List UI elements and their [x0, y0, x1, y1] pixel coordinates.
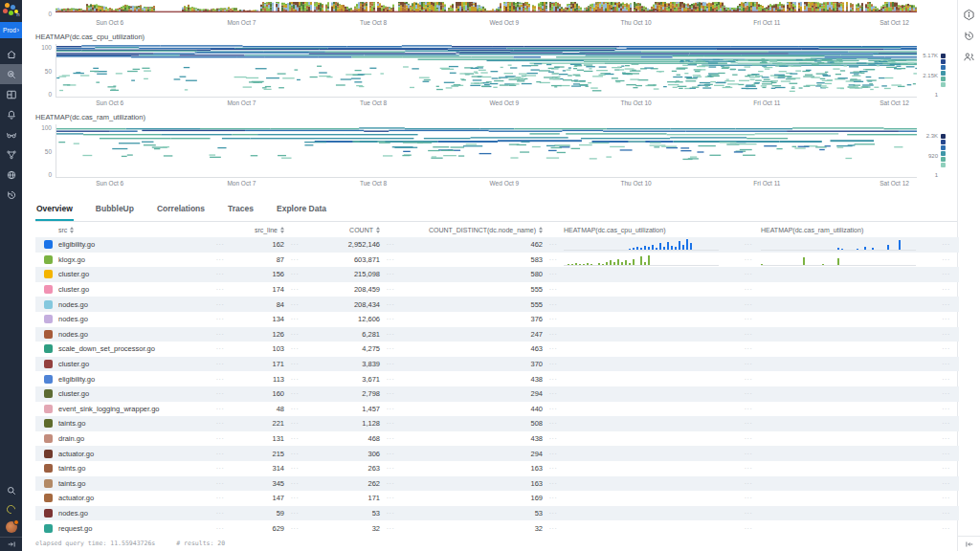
cell-menu[interactable]: ··· [380, 271, 401, 277]
cell-menu[interactable]: ··· [933, 465, 959, 472]
cell-menu[interactable]: ··· [543, 451, 564, 457]
series-color-swatch[interactable] [44, 524, 53, 533]
cell-menu[interactable]: ··· [284, 376, 305, 383]
user-avatar[interactable] [6, 521, 17, 533]
cell-menu[interactable]: ··· [210, 241, 231, 248]
sort-icon[interactable] [70, 227, 74, 233]
cell-menu[interactable]: ··· [284, 345, 305, 352]
cell-menu[interactable]: ··· [210, 406, 231, 412]
table-row[interactable]: actuator.go···215···306···294········· [35, 446, 959, 461]
cell-menu[interactable]: ··· [543, 480, 564, 487]
table-row[interactable]: cluster.go···156···215,098···580········… [35, 267, 959, 282]
series-color-swatch[interactable] [44, 494, 53, 502]
nav-triggers-bell-icon[interactable] [0, 104, 22, 124]
cell-menu[interactable]: ··· [284, 510, 305, 517]
cell-menu[interactable]: ··· [543, 406, 564, 412]
cell-menu[interactable]: ··· [210, 525, 231, 532]
cell-menu[interactable]: ··· [284, 256, 305, 263]
environment-selector[interactable]: Prod› [0, 22, 22, 38]
honeycomb-logo-icon[interactable]: h [3, 3, 20, 17]
series-color-swatch[interactable] [44, 360, 53, 368]
table-row[interactable]: eligibility.go···162···2,952,146···462··… [35, 237, 959, 253]
cell-menu[interactable]: ··· [933, 301, 959, 308]
cell-menu[interactable]: ··· [284, 525, 305, 532]
cell-menu[interactable]: ··· [380, 241, 401, 248]
table-row[interactable]: event_sink_logging_wrapper.go···48···1,4… [35, 402, 959, 417]
cell-menu[interactable]: ··· [210, 510, 231, 517]
cell-menu[interactable]: ··· [210, 361, 231, 367]
cell-menu[interactable]: ··· [543, 271, 564, 277]
top-chart-canvas[interactable] [56, 2, 917, 13]
cell-menu[interactable]: ··· [933, 376, 959, 383]
table-row[interactable]: nodes.go···84···208,434···555········· [35, 297, 959, 312]
table-row[interactable]: cluster.go···160···2,798···294········· [35, 386, 959, 402]
expand-panel-icon[interactable] [0, 537, 22, 551]
table-row[interactable]: cluster.go···174···208,459···555········… [35, 282, 959, 298]
col-src-line[interactable]: src_line [255, 227, 278, 233]
series-color-swatch[interactable] [44, 344, 53, 353]
cell-menu[interactable]: ··· [933, 495, 959, 501]
cell-menu[interactable]: ··· [284, 286, 305, 293]
sort-icon[interactable] [376, 227, 380, 233]
table-row[interactable]: request.go···629···32···32········· [35, 520, 959, 536]
cell-menu[interactable]: ··· [543, 286, 564, 293]
cell-menu[interactable]: ··· [284, 361, 305, 367]
cell-menu[interactable]: ··· [933, 390, 959, 397]
cell-menu[interactable]: ··· [543, 241, 564, 248]
cell-menu[interactable]: ··· [380, 345, 401, 352]
tab-correlations[interactable]: Correlations [156, 199, 206, 221]
cell-menu[interactable]: ··· [284, 451, 305, 457]
cell-menu[interactable]: ··· [380, 451, 401, 457]
cell-menu[interactable]: ··· [933, 406, 959, 412]
cell-menu[interactable]: ··· [736, 286, 761, 293]
table-row[interactable]: eligibility.go···113···3,671···438······… [35, 371, 959, 386]
nav-boards-icon[interactable] [0, 84, 22, 104]
cell-menu[interactable]: ··· [380, 376, 401, 383]
cell-menu[interactable]: ··· [210, 480, 231, 487]
cell-menu[interactable]: ··· [543, 510, 564, 517]
table-row[interactable]: scale_down_set_processor.go···103···4,27… [35, 342, 959, 357]
series-color-swatch[interactable] [44, 464, 53, 473]
table-row[interactable]: cluster.go···171···3,839···370········· [35, 357, 959, 372]
nav-recents-history-icon[interactable] [0, 185, 22, 205]
series-color-swatch[interactable] [44, 450, 53, 458]
col-count-distinct[interactable]: COUNT_DISTINCT(dc.node_name) [429, 227, 536, 233]
cell-menu[interactable]: ··· [380, 480, 401, 487]
cell-menu[interactable]: ··· [736, 256, 761, 263]
cell-menu[interactable]: ··· [210, 345, 231, 352]
cell-menu[interactable]: ··· [543, 301, 564, 308]
table-row[interactable]: taints.go···314···263···163········· [35, 461, 959, 476]
series-color-swatch[interactable] [44, 419, 53, 428]
cell-menu[interactable]: ··· [933, 435, 959, 442]
cell-menu[interactable]: ··· [543, 316, 564, 322]
table-row[interactable]: drain.go···131···468···438········· [35, 431, 959, 447]
cell-menu[interactable]: ··· [380, 525, 401, 532]
cell-menu[interactable]: ··· [933, 256, 959, 263]
team-collaboration-icon[interactable] [963, 51, 975, 63]
cell-menu[interactable]: ··· [736, 451, 761, 457]
table-row[interactable]: taints.go···221···1,128···508········· [35, 416, 959, 431]
cell-menu[interactable]: ··· [380, 435, 401, 442]
series-color-swatch[interactable] [44, 285, 53, 294]
series-color-swatch[interactable] [44, 330, 53, 339]
cell-menu[interactable]: ··· [380, 316, 401, 322]
cell-menu[interactable]: ··· [933, 286, 959, 293]
cell-menu[interactable]: ··· [210, 331, 231, 338]
cell-menu[interactable]: ··· [933, 510, 959, 517]
series-color-swatch[interactable] [44, 479, 53, 488]
nav-home-icon[interactable] [0, 44, 22, 64]
cell-menu[interactable]: ··· [380, 495, 401, 501]
sort-icon[interactable] [280, 227, 284, 233]
cell-menu[interactable]: ··· [933, 271, 959, 277]
cell-menu[interactable]: ··· [284, 390, 305, 397]
cell-menu[interactable]: ··· [543, 435, 564, 442]
cell-menu[interactable]: ··· [736, 390, 761, 397]
cell-menu[interactable]: ··· [736, 465, 761, 472]
cell-menu[interactable]: ··· [380, 331, 401, 338]
cell-menu[interactable]: ··· [736, 316, 761, 322]
collapse-right-panel-icon[interactable] [958, 536, 980, 551]
cell-menu[interactable]: ··· [736, 241, 761, 248]
cell-menu[interactable]: ··· [210, 301, 231, 308]
cell-menu[interactable]: ··· [543, 390, 564, 397]
col-src[interactable]: src [58, 227, 67, 233]
